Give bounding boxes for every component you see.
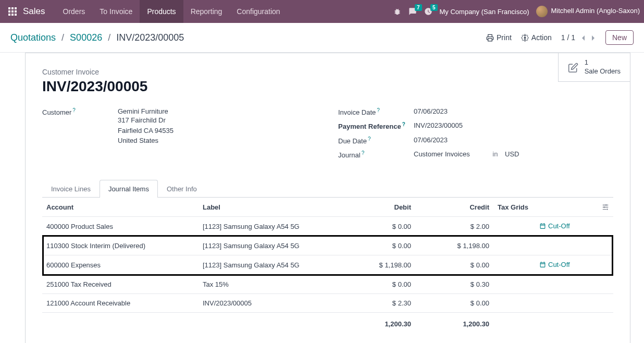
cell-tax-grids — [493, 275, 535, 293]
cell-label: [1123] Samsung Galaxy A54 5G — [199, 255, 353, 275]
pager: 1 / 1 — [561, 33, 596, 42]
cutoff-button[interactable]: Cut-Off — [539, 222, 570, 230]
nav-item-products[interactable]: Products — [140, 0, 183, 23]
cell-tax-grids — [493, 216, 535, 236]
currency-link[interactable]: USD — [505, 150, 519, 158]
pager-text: 1 / 1 — [561, 33, 575, 42]
cell-account: 400000 Product Sales — [42, 216, 199, 236]
total-credit: 1,200.30 — [415, 312, 493, 333]
tab-other-info[interactable]: Other Info — [158, 180, 206, 198]
svg-point-2 — [604, 206, 605, 207]
due-date-label: Due Date? — [338, 136, 414, 145]
edit-icon — [568, 62, 578, 72]
journal-label: Journal? — [338, 150, 414, 159]
table-row[interactable]: 251000 Tax ReceivedTax 15%$ 0.00$ 0.30 — [42, 275, 613, 293]
nav-brand[interactable]: Sales — [23, 6, 45, 17]
user-menu[interactable]: Mitchell Admin (Anglo-Saxon) — [536, 6, 640, 17]
addr2: Fairfield CA 94535 — [118, 126, 317, 136]
cell-credit: $ 1,198.00 — [415, 236, 493, 255]
cell-debit: $ 1,198.00 — [353, 255, 415, 275]
cell-account: 121000 Account Receivable — [42, 293, 199, 312]
nav-item-configuration[interactable]: Configuration — [229, 0, 287, 23]
form-sheet: 1 Sale Orders Customer Invoice INV/2023/… — [25, 53, 630, 343]
avatar — [536, 6, 548, 17]
stat-count: 1 — [585, 58, 621, 67]
cell-account: 600000 Expenses — [42, 255, 199, 275]
nav-item-reporting[interactable]: Reporting — [183, 0, 230, 23]
col-credit[interactable]: Credit — [415, 198, 493, 216]
payment-ref-label: Payment Reference? — [338, 121, 414, 130]
nav-item-to-invoice[interactable]: To Invoice — [92, 0, 140, 23]
cell-credit: $ 2.00 — [415, 216, 493, 236]
breadcrumb-current: INV/2023/00005 — [116, 32, 184, 43]
svg-point-3 — [605, 204, 606, 205]
activities-icon[interactable]: 5 — [424, 7, 432, 16]
cell-tax-grids — [493, 293, 535, 312]
company-selector[interactable]: My Company (San Francisco) — [440, 8, 529, 16]
stat-label: Sale Orders — [585, 67, 621, 76]
breadcrumb-order[interactable]: S00026 — [70, 32, 102, 43]
cell-credit: $ 0.30 — [415, 275, 493, 293]
tab-journal-items[interactable]: Journal Items — [100, 180, 158, 198]
top-nav: Sales OrdersTo InvoiceProductsReportingC… — [0, 0, 644, 23]
tab-invoice-lines[interactable]: Invoice Lines — [42, 180, 100, 198]
cell-credit: $ 0.00 — [415, 255, 493, 275]
cell-label: [1123] Samsung Galaxy A54 5G — [199, 216, 353, 236]
table-row[interactable]: 400000 Product Sales[1123] Samsung Galax… — [42, 216, 613, 236]
invoice-date: 07/06/2023 — [414, 107, 613, 116]
cell-label: Tax 15% — [199, 275, 353, 293]
cell-tax-grids — [493, 236, 535, 255]
apps-icon[interactable] — [8, 7, 17, 16]
col-label[interactable]: Label — [199, 198, 353, 216]
col-options[interactable] — [598, 198, 613, 216]
addr3: United States — [118, 136, 317, 146]
invoice-date-label: Invoice Date? — [338, 107, 414, 116]
cell-debit: $ 0.00 — [353, 216, 415, 236]
activities-badge: 5 — [430, 4, 438, 11]
messages-badge: 7 — [415, 4, 422, 11]
payment-ref: INV/2023/00005 — [414, 121, 613, 130]
messages-icon[interactable]: 7 — [408, 7, 417, 16]
pager-prev[interactable] — [580, 33, 586, 42]
right-column: Invoice Date? 07/06/2023 Payment Referen… — [338, 107, 613, 164]
doc-type: Customer Invoice — [42, 68, 613, 76]
table-row[interactable]: 600000 Expenses[1123] Samsung Galaxy A54… — [42, 255, 613, 275]
addr1: 317 Fairchild Dr — [118, 115, 317, 126]
cell-label: [1123] Samsung Galaxy A54 5G — [199, 236, 353, 255]
cutoff-button[interactable]: Cut-Off — [539, 261, 570, 268]
sale-orders-stat[interactable]: 1 Sale Orders — [558, 53, 630, 82]
customer-label: Customer? — [42, 107, 118, 146]
cell-tax-grids — [493, 255, 535, 275]
control-bar: Quotations / S00026 / INV/2023/00005 Pri… — [0, 23, 644, 53]
cell-account: 251000 Tax Received — [42, 275, 199, 293]
tabs: Invoice LinesJournal ItemsOther Info — [42, 180, 613, 198]
table-row[interactable]: 110300 Stock Interim (Delivered)[1123] S… — [42, 236, 613, 255]
nav-item-orders[interactable]: Orders — [56, 0, 93, 23]
journal-items-table: Account Label Debit Credit Tax Grids 400… — [42, 198, 613, 333]
journal-value: Customer Invoices in USD — [414, 150, 613, 159]
due-date: 07/06/2023 — [414, 136, 613, 145]
new-button[interactable]: New — [605, 30, 634, 45]
breadcrumb: Quotations / S00026 / INV/2023/00005 — [10, 32, 184, 43]
cell-debit: $ 0.00 — [353, 275, 415, 293]
svg-point-1 — [606, 209, 608, 210]
col-account[interactable]: Account — [42, 198, 199, 216]
pager-next[interactable] — [591, 33, 596, 42]
doc-title: INV/2023/00005 — [42, 78, 613, 95]
col-tax-grids[interactable]: Tax Grids — [493, 198, 535, 216]
left-column: Customer? Gemini Furniture 317 Fairchild… — [42, 107, 317, 164]
cell-label: INV/2023/00005 — [199, 293, 353, 312]
breadcrumb-root[interactable]: Quotations — [10, 32, 56, 43]
total-debit: 1,200.30 — [353, 312, 415, 333]
cell-debit: $ 2.30 — [353, 293, 415, 312]
cell-debit: $ 0.00 — [353, 236, 415, 255]
svg-point-0 — [524, 36, 526, 39]
action-button[interactable]: Action — [521, 33, 552, 42]
bug-icon[interactable] — [393, 7, 401, 16]
cell-credit: $ 0.00 — [415, 293, 493, 312]
cell-account: 110300 Stock Interim (Delivered) — [42, 236, 199, 255]
col-debit[interactable]: Debit — [353, 198, 415, 216]
table-row[interactable]: 121000 Account ReceivableINV/2023/00005$… — [42, 293, 613, 312]
print-button[interactable]: Print — [486, 33, 512, 42]
customer-link[interactable]: Gemini Furniture — [118, 107, 317, 115]
